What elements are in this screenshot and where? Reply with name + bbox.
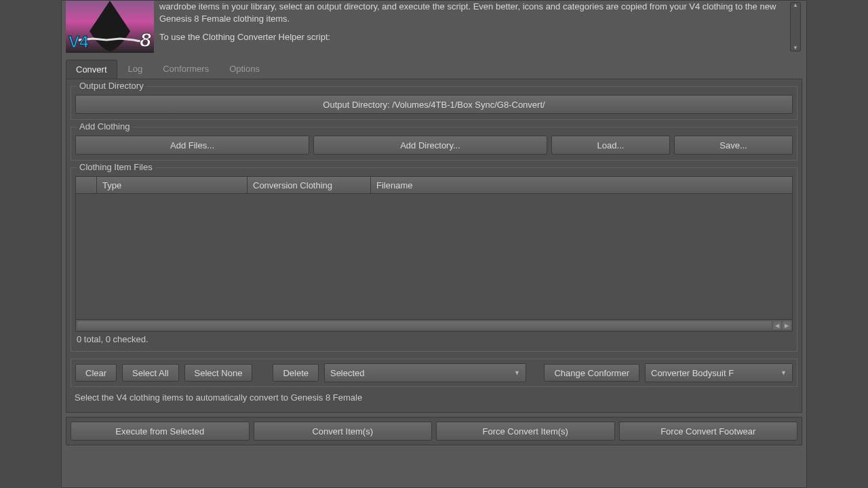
- clothing-files-table: Type Conversion Clothing Filename ◀ ▶: [75, 176, 793, 331]
- execute-from-selected-button[interactable]: Execute from Selected: [71, 422, 250, 441]
- status-text: 0 total, 0 checked.: [75, 331, 793, 346]
- hint-text: Select the V4 clothing items to automati…: [71, 391, 797, 408]
- save-button[interactable]: Save...: [674, 136, 793, 155]
- change-conformer-button[interactable]: Change Conformer: [544, 364, 639, 382]
- force-convert-items-button[interactable]: Force Convert Item(s): [436, 422, 615, 441]
- output-directory-button[interactable]: Output Directory: /Volumes/4TB-1/Box Syn…: [75, 95, 793, 114]
- description-line1: wardrobe items in your library, select a…: [159, 1, 783, 24]
- chevron-down-icon: ▼: [781, 369, 787, 376]
- scroll-down-icon[interactable]: ▼: [791, 45, 800, 51]
- force-convert-footwear-button[interactable]: Force Convert Footwear: [619, 422, 798, 441]
- select-none-button[interactable]: Select None: [184, 364, 253, 382]
- column-checkbox[interactable]: [76, 177, 97, 193]
- delete-button[interactable]: Delete: [273, 364, 319, 382]
- thumb-label-v4: V4: [68, 33, 88, 52]
- add-clothing-group: Add Clothing Add Files... Add Directory.…: [71, 127, 797, 161]
- tab-log[interactable]: Log: [119, 60, 153, 79]
- description-line2: To use the Clothing Converter Helper scr…: [159, 31, 783, 43]
- thumb-label-8: 8: [140, 28, 151, 52]
- delete-mode-dropdown[interactable]: Selected ▼: [324, 363, 526, 382]
- delete-mode-value: Selected: [330, 368, 365, 378]
- bottom-toolbar: Execute from Selected Convert Item(s) Fo…: [66, 417, 802, 445]
- tab-conformers[interactable]: Conformers: [153, 60, 218, 79]
- horizontal-scrollbar[interactable]: ◀ ▶: [76, 319, 792, 331]
- description-scrollbar[interactable]: ▲ ▼: [790, 2, 801, 52]
- clothing-files-legend: Clothing Item Files: [77, 162, 155, 172]
- clothing-files-group: Clothing Item Files Type Conversion Clot…: [71, 167, 797, 352]
- table-header: Type Conversion Clothing Filename: [76, 177, 792, 194]
- chevron-down-icon: ▼: [514, 369, 520, 376]
- add-files-button[interactable]: Add Files...: [75, 136, 309, 155]
- column-conversion-clothing[interactable]: Conversion Clothing: [248, 177, 371, 193]
- clear-button[interactable]: Clear: [75, 364, 117, 382]
- selection-toolbar: Clear Select All Select None Delete Sele…: [71, 359, 797, 387]
- tab-convert[interactable]: Convert: [66, 60, 117, 79]
- conformer-dropdown[interactable]: Converter Bodysuit F ▼: [645, 363, 793, 382]
- tab-options[interactable]: Options: [220, 60, 269, 79]
- scroll-right-icon[interactable]: ▶: [783, 321, 791, 329]
- column-filename[interactable]: Filename: [371, 177, 792, 193]
- scrollbar-thumb[interactable]: [77, 321, 772, 329]
- column-type[interactable]: Type: [97, 177, 248, 193]
- scroll-left-icon[interactable]: ◀: [773, 321, 781, 329]
- add-clothing-legend: Add Clothing: [77, 121, 132, 131]
- output-directory-legend: Output Directory: [77, 81, 146, 91]
- select-all-button[interactable]: Select All: [122, 364, 178, 382]
- convert-items-button[interactable]: Convert Item(s): [254, 422, 433, 441]
- convert-panel: Output Directory Output Directory: /Volu…: [66, 79, 802, 413]
- output-directory-group: Output Directory Output Directory: /Volu…: [71, 86, 797, 120]
- description-text: wardrobe items in your library, select a…: [159, 1, 790, 50]
- conformer-value: Converter Bodysuit F: [651, 368, 734, 378]
- table-body[interactable]: [76, 194, 792, 319]
- load-button[interactable]: Load...: [551, 136, 670, 155]
- product-thumbnail: V4 8: [66, 1, 154, 53]
- scroll-up-icon[interactable]: ▲: [791, 3, 800, 8]
- add-directory-button[interactable]: Add Directory...: [313, 136, 547, 155]
